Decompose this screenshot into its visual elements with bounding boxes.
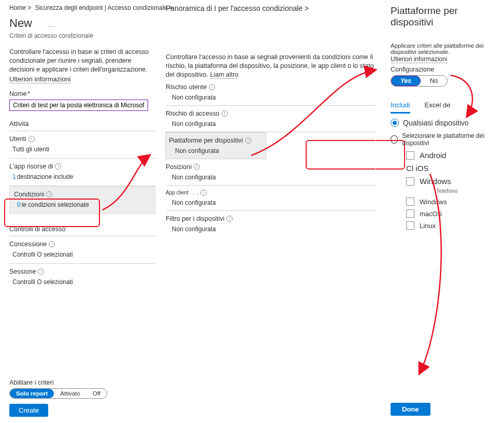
right-panel: Piattaforme per dispositivi Applicare cr… [376,0,504,423]
left-column: Home > Sicurezza degli endpoint | Access… [0,0,155,423]
conditions-value[interactable]: 0le condizioni selezionate [14,201,151,208]
enable-report-only[interactable]: Solo report [10,389,54,398]
platform-windows[interactable]: Windows [406,177,500,186]
device-platforms-value[interactable]: Non configurata [166,147,266,154]
info-icon[interactable]: i [55,163,61,170]
mid-breadcrumb[interactable]: Panoramica di I per l'accesso condiziona… [166,4,376,12]
user-risk-value[interactable]: Non configurata [166,94,376,101]
device-filter-label[interactable]: Filtro per i dispositivi [166,215,224,222]
configure-label: Configurazione [391,66,500,73]
page-title: New [9,17,32,30]
device-filter-value[interactable]: Non configurata [166,225,376,233]
checkbox-icon[interactable] [406,221,414,230]
enable-label: Abilitare i criteri [9,379,154,386]
tab-exclude[interactable]: Excel de [425,101,451,114]
breadcrumb-home[interactable]: Home > [9,4,31,11]
info-icon[interactable]: i [46,191,52,198]
breadcrumb-path[interactable]: Sicurezza degli endpoint | Accesso condi… [35,4,173,11]
locations-label[interactable]: Posizioni [166,163,192,171]
session-value[interactable]: Controlli O selezionati [9,278,155,286]
page-subtitle: Criteri di accesso condizionale [9,32,155,39]
enable-policy-section: Abilitare i criteri Solo report Attivato… [9,379,154,417]
info-icon[interactable]: i [200,190,207,196]
conditions-label[interactable]: Condizioni [14,191,44,198]
info-icon[interactable]: i [222,110,228,117]
signin-risk-label[interactable]: Rischio di accesso [166,110,220,117]
info-icon[interactable]: i [194,164,200,170]
grant-value[interactable]: Controlli O selezionati [9,251,155,258]
device-platforms-label[interactable]: Piattaforme per dispositivi [169,137,243,144]
session-label[interactable]: Sessione [9,268,36,275]
client-apps-label[interactable]: App client [166,190,189,195]
enable-on[interactable]: Attivato [54,389,86,398]
tab-include[interactable]: Includi [391,101,410,114]
info-icon[interactable]: i [245,137,251,144]
platform-linux[interactable]: Linux [406,221,500,230]
activities-header: Attività [9,120,155,131]
checkbox-icon[interactable] [406,209,414,218]
radio-icon[interactable] [391,119,399,127]
enable-off[interactable]: Off [87,389,107,398]
middle-column: Panoramica di I per l'accesso condiziona… [155,0,376,423]
signin-risk-value[interactable]: Non configurata [166,120,376,128]
client-apps-value[interactable]: Non configurata [166,199,376,206]
radio-select-platforms[interactable]: Selezionare le piattaforme dei dispositi… [391,132,500,147]
enable-toggle[interactable]: Solo report Attivato Off [9,388,107,399]
platform-windows2[interactable]: Windows [406,198,500,206]
access-controls-header: Controlli di accesso [9,225,155,236]
apps-value[interactable]: 1destinazione include [9,173,155,180]
grant-label[interactable]: Concessione [9,241,47,248]
create-button[interactable]: Create [9,404,48,417]
checkbox-icon[interactable] [406,177,414,186]
info-icon[interactable]: i [49,241,55,247]
user-risk-label[interactable]: Rischio utente [166,83,207,91]
info-icon[interactable]: i [28,136,35,142]
users-value[interactable]: Tutti gli utenti [9,146,155,153]
platform-macos[interactable]: macOS [406,209,500,218]
checkbox-icon[interactable] [406,198,414,206]
locations-value[interactable]: Non configurata [166,174,376,181]
done-button[interactable]: Done [391,403,430,416]
info-icon[interactable]: i [209,84,215,90]
configure-toggle[interactable]: Yes No [391,75,448,87]
info-icon[interactable]: i [226,216,233,222]
more-menu-icon[interactable]: … [48,20,55,29]
left-description: Controllare l'accesso in base ai criteri… [9,48,155,74]
platform-android[interactable]: Android [406,151,500,160]
configure-no[interactable]: No [421,76,447,86]
mid-more-link[interactable]: Liam altro [210,71,238,79]
platform-ios[interactable]: Cl iOS [406,164,500,173]
users-label[interactable]: Utenti [9,135,26,143]
mid-description: Controllare l'accesso in base ai segnali… [166,53,376,79]
radio-any-device[interactable]: Qualsiasi dispositivo [391,119,500,127]
panel-more-link[interactable]: Ulteriori informazioni [391,55,447,63]
more-info-link[interactable]: Ulteriori informazioni [9,75,70,83]
radio-icon[interactable] [391,135,398,144]
apps-label[interactable]: L'app risorse di [9,163,53,170]
checkbox-icon[interactable] [406,151,414,160]
breadcrumb[interactable]: Home > Sicurezza degli endpoint | Access… [9,4,155,11]
configure-yes[interactable]: Yes [391,76,421,86]
panel-description: Applicare criteri alle piattaforme dei d… [391,43,500,55]
panel-title: Piattaforme per dispositivi [391,5,500,28]
platform-phone-sub: Telefono [436,188,500,194]
policy-name-input[interactable] [9,100,148,111]
name-label: Nome [9,90,30,97]
info-icon[interactable]: i [38,269,44,275]
